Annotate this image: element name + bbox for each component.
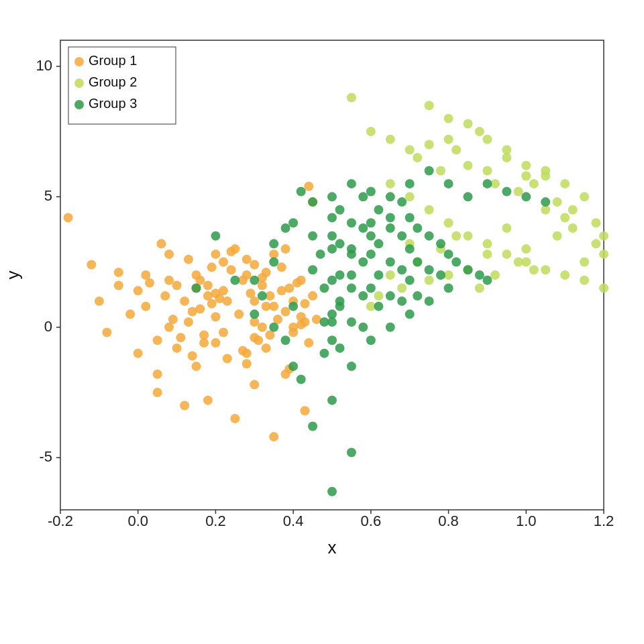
svg-text:5: 5	[44, 187, 52, 204]
data-point	[87, 260, 96, 269]
svg-text:-0.2: -0.2	[48, 513, 73, 529]
data-point	[386, 270, 395, 280]
data-point	[591, 239, 600, 248]
svg-point-30	[74, 78, 84, 88]
data-point	[553, 231, 562, 241]
data-point	[250, 380, 259, 389]
data-point	[358, 291, 368, 301]
data-point	[238, 346, 248, 356]
data-point	[386, 258, 395, 267]
data-point	[242, 255, 252, 264]
data-point	[436, 166, 445, 175]
data-point	[580, 192, 589, 201]
data-point	[153, 388, 162, 397]
data-point	[327, 231, 337, 241]
data-point	[521, 161, 531, 170]
data-point	[464, 192, 473, 201]
data-point	[192, 270, 201, 280]
data-point	[560, 179, 570, 189]
data-point	[386, 223, 395, 233]
data-point	[347, 179, 356, 189]
data-point	[366, 218, 376, 227]
data-point	[250, 260, 259, 269]
data-point	[223, 354, 232, 363]
data-point	[397, 265, 407, 274]
data-point	[269, 323, 278, 332]
data-point	[405, 192, 415, 201]
data-point	[386, 192, 395, 201]
data-point	[464, 161, 473, 170]
data-point	[425, 265, 434, 274]
data-point	[288, 362, 298, 371]
data-point	[386, 291, 395, 301]
data-point	[335, 343, 345, 353]
data-point	[358, 323, 368, 332]
data-point	[444, 218, 453, 227]
svg-text:-5: -5	[39, 448, 52, 465]
data-point	[366, 335, 376, 345]
data-point	[327, 213, 337, 222]
data-point	[242, 359, 252, 368]
data-point	[366, 127, 376, 136]
data-point	[464, 231, 473, 241]
chart-container: -50510-0.20.00.20.40.60.81.01.2xyGroup 1…	[0, 0, 644, 644]
data-point	[580, 276, 589, 285]
data-point	[482, 250, 492, 259]
data-point	[529, 265, 539, 274]
data-point	[203, 281, 213, 290]
data-point	[358, 258, 368, 267]
data-point	[327, 396, 337, 405]
data-point	[347, 93, 356, 103]
data-point	[242, 270, 252, 280]
data-point	[180, 297, 189, 306]
data-point	[451, 145, 461, 154]
data-point	[580, 258, 589, 267]
data-point	[397, 231, 407, 241]
data-point	[254, 335, 263, 345]
data-point	[133, 286, 143, 295]
data-point	[482, 179, 492, 189]
data-point	[234, 309, 244, 319]
data-point	[327, 317, 337, 327]
data-point	[269, 258, 278, 267]
data-point	[184, 317, 193, 327]
data-point	[258, 323, 267, 332]
data-point	[114, 281, 123, 290]
data-point	[269, 239, 278, 248]
data-point	[211, 250, 220, 259]
data-point	[258, 291, 267, 301]
data-point	[560, 270, 570, 280]
data-point	[347, 218, 356, 227]
data-point	[308, 265, 317, 274]
data-point	[301, 299, 310, 309]
data-point	[541, 197, 550, 207]
data-point	[444, 114, 453, 123]
data-point	[172, 343, 182, 353]
data-point	[413, 291, 422, 301]
data-point	[358, 192, 368, 201]
data-point	[599, 283, 608, 292]
data-point	[203, 396, 213, 405]
data-point	[436, 239, 445, 248]
data-point	[521, 244, 531, 254]
data-point	[568, 223, 578, 233]
data-point	[246, 288, 256, 298]
data-point	[281, 335, 290, 345]
svg-text:x: x	[328, 537, 337, 557]
data-point	[262, 343, 271, 353]
data-point	[475, 270, 484, 280]
data-point	[374, 205, 383, 215]
data-point	[502, 223, 511, 233]
data-point	[308, 422, 317, 431]
data-point	[529, 179, 539, 189]
data-point	[374, 302, 383, 311]
data-point	[227, 265, 236, 274]
data-point	[102, 328, 111, 337]
data-point	[297, 375, 306, 384]
data-point	[366, 250, 376, 259]
data-point	[301, 406, 310, 415]
data-point	[444, 135, 453, 144]
data-point	[164, 250, 174, 259]
data-point	[386, 213, 395, 222]
data-point	[269, 432, 278, 441]
